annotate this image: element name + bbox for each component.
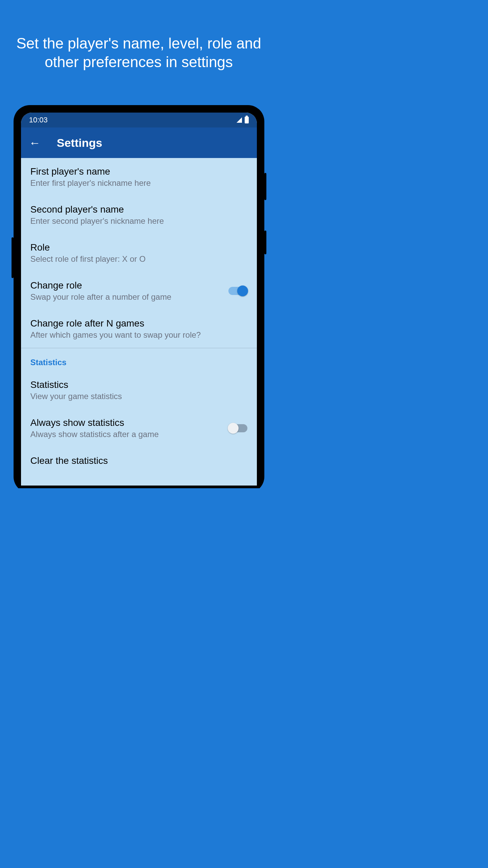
setting-clear-statistics[interactable]: Clear the statistics <box>21 447 257 476</box>
setting-title: Second player's name <box>30 204 247 215</box>
phone-side-button <box>264 231 266 254</box>
phone-side-button <box>12 237 14 278</box>
setting-subtitle: Swap your role after a number of game <box>30 292 223 302</box>
setting-change-role-after-n[interactable]: Change role after N games After which ga… <box>21 310 257 348</box>
phone-frame: 10:03 ← Settings First player's name Ent… <box>14 105 264 488</box>
setting-change-role[interactable]: Change role Swap your role after a numbe… <box>21 272 257 310</box>
status-icons <box>237 117 249 123</box>
setting-subtitle: Always show statistics after a game <box>30 430 223 439</box>
settings-list: First player's name Enter first player's… <box>21 158 257 476</box>
phone-screen: 10:03 ← Settings First player's name Ent… <box>21 113 257 486</box>
setting-second-player-name[interactable]: Second player's name Enter second player… <box>21 196 257 234</box>
setting-title: Always show statistics <box>30 417 223 428</box>
setting-role[interactable]: Role Select role of first player: X or O <box>21 234 257 272</box>
phone-side-button <box>264 173 266 200</box>
app-bar: ← Settings <box>21 127 257 158</box>
setting-title: Change role <box>30 280 223 291</box>
toggle-change-role[interactable] <box>228 287 247 295</box>
setting-subtitle: View your game statistics <box>30 392 247 401</box>
section-header-statistics: Statistics <box>21 348 257 371</box>
setting-title: Change role after N games <box>30 318 247 329</box>
back-arrow-icon[interactable]: ← <box>29 136 41 150</box>
status-bar: 10:03 <box>21 113 257 127</box>
status-time: 10:03 <box>29 116 48 124</box>
battery-icon <box>245 117 249 123</box>
setting-first-player-name[interactable]: First player's name Enter first player's… <box>21 158 257 196</box>
setting-subtitle: After which games you want to swap your … <box>30 330 247 340</box>
setting-subtitle: Select role of first player: X or O <box>30 254 247 264</box>
setting-title: Statistics <box>30 379 247 390</box>
setting-subtitle: Enter second player's nickname here <box>30 216 247 226</box>
setting-subtitle: Enter first player's nickname here <box>30 178 247 188</box>
toggle-always-show-statistics[interactable] <box>228 424 247 432</box>
promo-headline: Set the player's name, level, role and o… <box>0 0 278 71</box>
setting-always-show-statistics[interactable]: Always show statistics Always show stati… <box>21 409 257 447</box>
setting-title: Clear the statistics <box>30 455 247 466</box>
setting-title: Role <box>30 242 247 253</box>
setting-statistics[interactable]: Statistics View your game statistics <box>21 371 257 409</box>
setting-title: First player's name <box>30 166 247 177</box>
page-title: Settings <box>57 136 102 150</box>
signal-icon <box>237 117 242 123</box>
